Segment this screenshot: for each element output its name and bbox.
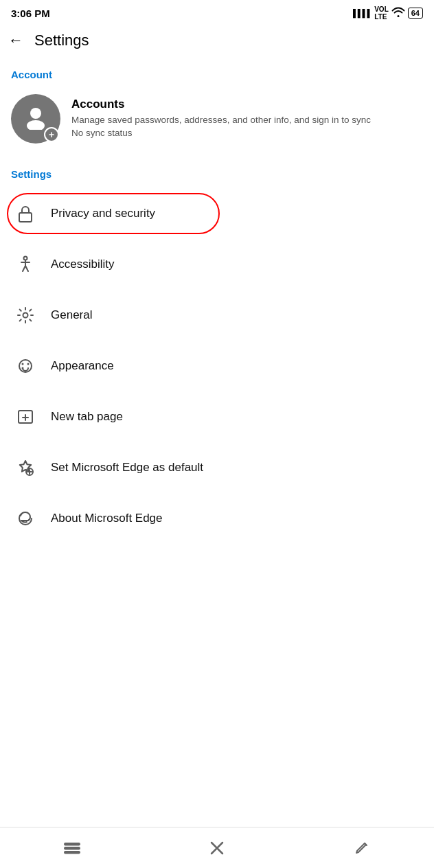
- appearance-label: Appearance: [51, 359, 114, 373]
- status-bar: 3:06 PM ▌▌▌▌ VOLLTE 64: [0, 0, 434, 23]
- avatar: +: [11, 94, 60, 144]
- settings-section-label: Settings: [0, 157, 434, 185]
- avatar-add-icon: +: [44, 127, 59, 142]
- new-tab-label: New tab page: [51, 410, 123, 424]
- svg-point-10: [22, 363, 24, 365]
- signal-icon: ▌▌▌▌: [353, 9, 372, 17]
- status-time: 3:06 PM: [11, 8, 50, 19]
- account-info: Accounts Manage saved passwords, address…: [71, 98, 371, 140]
- general-label: General: [51, 308, 92, 322]
- nav-menu-button[interactable]: [48, 834, 96, 862]
- svg-point-3: [24, 257, 27, 260]
- accounts-description: Manage saved passwords, addresses, and o…: [71, 114, 371, 140]
- battery-icon: 64: [408, 8, 423, 19]
- edge-icon: [11, 504, 40, 533]
- svg-point-11: [27, 363, 30, 365]
- svg-point-1: [27, 120, 45, 130]
- new-tab-item[interactable]: New tab page: [0, 391, 434, 442]
- svg-point-8: [23, 313, 28, 318]
- accessibility-item[interactable]: Accessibility: [0, 239, 434, 290]
- privacy-security-item[interactable]: Privacy and security: [0, 188, 434, 239]
- status-icons: ▌▌▌▌ VOLLTE 64: [353, 5, 423, 21]
- svg-point-0: [30, 108, 41, 119]
- appearance-item[interactable]: Appearance: [0, 341, 434, 391]
- svg-line-6: [23, 266, 25, 271]
- accounts-item[interactable]: + Accounts Manage saved passwords, addre…: [0, 86, 434, 157]
- star-gear-icon: [11, 453, 40, 482]
- page-title: Settings: [34, 32, 89, 49]
- privacy-security-label: Privacy and security: [51, 207, 155, 220]
- bottom-nav: [0, 827, 434, 868]
- nav-close-button[interactable]: [193, 834, 241, 862]
- header: ← Settings: [0, 23, 434, 58]
- svg-rect-2: [19, 213, 32, 222]
- svg-rect-21: [65, 847, 80, 849]
- back-button[interactable]: ←: [8, 32, 23, 49]
- about-edge-label: About Microsoft Edge: [51, 512, 163, 525]
- accounts-title: Accounts: [71, 98, 371, 111]
- general-item[interactable]: General: [0, 290, 434, 341]
- about-item[interactable]: About Microsoft Edge: [0, 493, 434, 544]
- svg-rect-20: [65, 843, 80, 845]
- accessibility-icon: [11, 250, 40, 279]
- svg-line-7: [25, 266, 28, 271]
- lock-icon: [11, 199, 40, 228]
- gear-icon: [11, 301, 40, 330]
- set-default-label: Set Microsoft Edge as default: [51, 461, 203, 475]
- account-section-label: Account: [0, 58, 434, 86]
- accessibility-label: Accessibility: [51, 258, 115, 271]
- settings-list: Privacy and security Accessibility Gener…: [0, 185, 434, 544]
- nav-edit-button[interactable]: [338, 834, 386, 862]
- set-default-item[interactable]: Set Microsoft Edge as default: [0, 442, 434, 493]
- wifi-icon: [391, 7, 405, 20]
- svg-rect-22: [65, 852, 80, 854]
- lte-icon: VOLLTE: [374, 5, 389, 21]
- new-tab-icon: [11, 402, 40, 431]
- palette-icon: [11, 352, 40, 380]
